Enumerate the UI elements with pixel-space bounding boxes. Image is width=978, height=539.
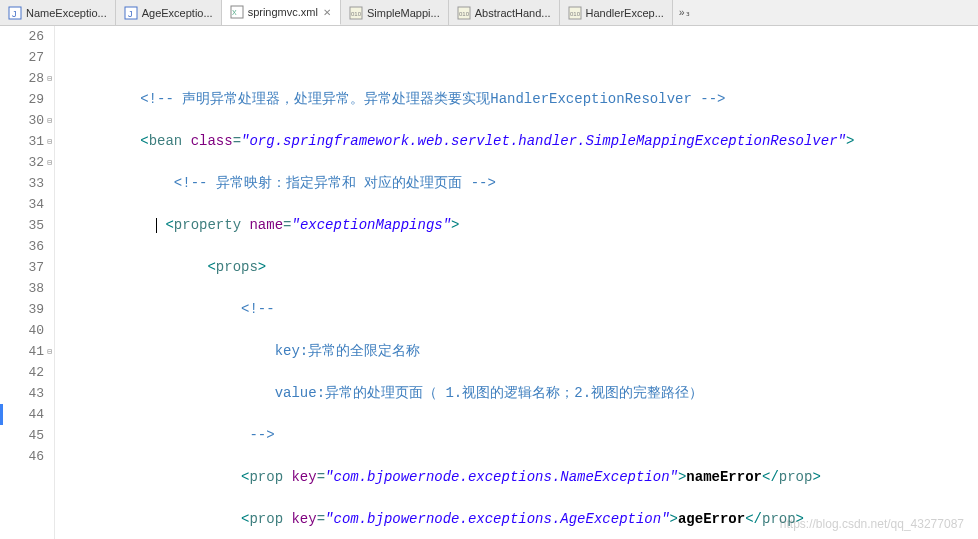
overflow-label: »₃ [679,7,691,19]
tab-label: HandlerExcep... [586,7,664,19]
line-number: 29 [0,89,44,110]
line-number: 44 [0,404,44,425]
line-number: 34 [0,194,44,215]
line-number: 28⊟ [0,68,44,89]
line-number: 32⊟ [0,152,44,173]
code-line: key:异常的全限定名称 [73,341,978,362]
svg-text:010: 010 [459,11,470,17]
tab-abstract-handler[interactable]: 010 AbstractHand... [449,0,560,25]
tab-label: springmvc.xml [248,6,318,18]
line-number: 42 [0,362,44,383]
line-number: 43 [0,383,44,404]
tab-age-exception[interactable]: J AgeExceptio... [116,0,222,25]
code-line: <bean class="org.springframework.web.ser… [73,131,978,152]
code-line: <!-- 异常映射：指定异常和 对应的处理页面 --> [73,173,978,194]
code-line: --> [73,425,978,446]
line-number: 36 [0,236,44,257]
tab-label: AgeExceptio... [142,7,213,19]
line-number: 40 [0,320,44,341]
line-number: 27 [0,47,44,68]
tab-handler-exception[interactable]: 010 HandlerExcep... [560,0,673,25]
svg-text:010: 010 [570,11,581,17]
java-file-icon: J [8,6,22,20]
fold-toggle-icon[interactable]: ⊟ [43,158,52,167]
line-number: 31⊟ [0,131,44,152]
code-line: <props> [73,257,978,278]
line-number: 30⊟ [0,110,44,131]
code-line: <!-- 声明异常处理器，处理异常。异常处理器类要实现HandlerExcept… [73,89,978,110]
code-line: <prop key="com.bjpowernode.exceptions.Na… [73,467,978,488]
line-number: 46 [0,446,44,467]
watermark: https://blog.csdn.net/qq_43277087 [780,517,964,531]
code-line: <property name="exceptionMappings"> [73,215,978,236]
fold-toggle-icon[interactable]: ⊟ [43,74,52,83]
tab-springmvc-xml[interactable]: X springmvc.xml ✕ [222,0,341,25]
line-number: 35 [0,215,44,236]
class-file-icon: 010 [349,6,363,20]
code-line: value:异常的处理页面（ 1.视图的逻辑名称；2.视图的完整路径） [73,383,978,404]
line-number: 26 [0,26,44,47]
tab-overflow-indicator[interactable]: »₃ [673,0,697,25]
java-file-icon: J [124,6,138,20]
fold-toggle-icon[interactable]: ⊟ [43,347,52,356]
line-number: 45 [0,425,44,446]
line-number: 38 [0,278,44,299]
code-line [73,47,978,68]
svg-text:X: X [232,9,237,16]
line-number: 41⊟ [0,341,44,362]
tab-label: SimpleMappi... [367,7,440,19]
line-number: 39 [0,299,44,320]
class-file-icon: 010 [568,6,582,20]
text-cursor-icon [156,218,157,233]
line-number: 37 [0,257,44,278]
fold-toggle-icon[interactable]: ⊟ [43,137,52,146]
fold-toggle-icon[interactable]: ⊟ [43,116,52,125]
svg-text:010: 010 [351,11,362,17]
line-number: 33 [0,173,44,194]
code-editor: 26 27 28⊟ 29 30⊟ 31⊟ 32⊟ 33 34 35 36 37 … [0,26,978,539]
close-icon[interactable]: ✕ [322,7,332,17]
svg-text:J: J [128,9,133,19]
code-line: <!-- [73,299,978,320]
editor-tabs: J NameExceptio... J AgeExceptio... X spr… [0,0,978,26]
tab-label: NameExceptio... [26,7,107,19]
code-area[interactable]: <!-- 声明异常处理器，处理异常。异常处理器类要实现HandlerExcept… [55,26,978,539]
line-number-gutter: 26 27 28⊟ 29 30⊟ 31⊟ 32⊟ 33 34 35 36 37 … [0,26,55,539]
tab-label: AbstractHand... [475,7,551,19]
svg-text:J: J [12,9,17,19]
tab-name-exception[interactable]: J NameExceptio... [0,0,116,25]
class-file-icon: 010 [457,6,471,20]
xml-file-icon: X [230,5,244,19]
tab-simple-mapping[interactable]: 010 SimpleMappi... [341,0,449,25]
